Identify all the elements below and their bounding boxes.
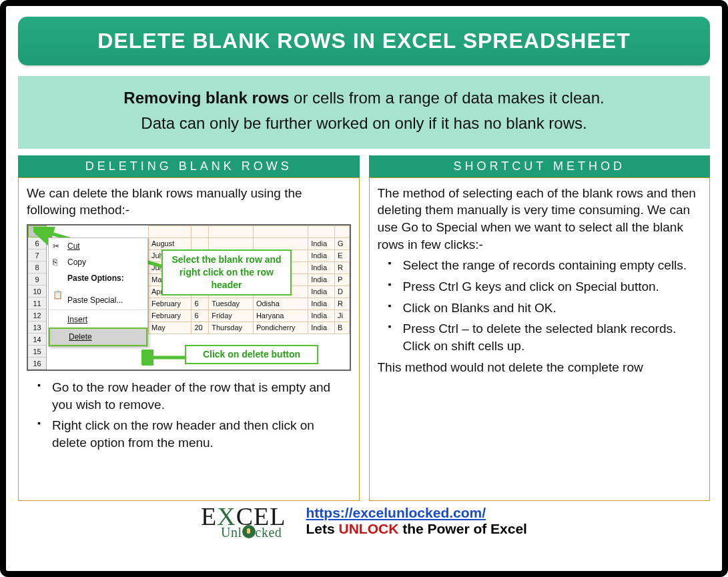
row-header[interactable]: 16 (28, 358, 46, 370)
table-row (149, 226, 350, 238)
left-steps: Go to the row header of the row that is … (33, 379, 351, 452)
excel-screenshot: 5 6 7 8 9 10 11 12 13 14 15 16 ✂C (27, 224, 351, 371)
tagline-pre: Lets (306, 521, 339, 536)
menu-copy[interactable]: ⎘Copy (49, 254, 147, 270)
footer-text: https://excelunlocked.com/ Lets UNLOCK t… (306, 505, 527, 537)
callout-click-delete: Click on delete button (185, 345, 318, 364)
right-steps: Select the range of records containing e… (384, 257, 702, 354)
right-header: SHORTCUT METHOD (369, 155, 711, 177)
left-body: We can delete the blank rows manually us… (18, 177, 360, 501)
left-intro: We can delete the blank rows manually us… (27, 185, 351, 219)
row-header[interactable]: 11 (28, 298, 46, 310)
menu-insert[interactable]: Insert (49, 312, 147, 328)
menu-paste-icon[interactable]: 📋 (49, 287, 147, 292)
row-header[interactable]: 15 (28, 346, 46, 358)
table-row: February6TuesdayOdishaIndiaR (149, 298, 350, 310)
list-item: Select the range of records containing e… (384, 257, 702, 274)
menu-cut[interactable]: ✂Cut (49, 238, 147, 254)
logo-bottom: Unlcked (221, 525, 286, 539)
subtitle-rest1: or cells from a range of data makes it c… (289, 89, 604, 107)
page-title: DELETE BLANK ROWS IN EXCEL SPREADSHEET (18, 17, 710, 65)
columns: DELETING BLANK ROWS We can delete the bl… (18, 155, 710, 501)
lock-icon (242, 525, 256, 538)
list-item: Press Ctrl G keys and click on Special b… (384, 278, 702, 296)
left-header: DELETING BLANK ROWS (18, 155, 360, 177)
context-menu: ✂Cut ⎘Copy Paste Options: 📋 Paste Specia… (48, 237, 148, 347)
right-body: The method of selecting each of the blan… (369, 177, 711, 501)
logo: EXCEL Unlcked (201, 504, 286, 539)
table-row: May20ThursdayPondicherryIndiaB (149, 322, 350, 334)
right-outro: This method would not delete the complet… (378, 359, 702, 376)
row-header[interactable]: 13 (28, 322, 46, 334)
list-item: Click on Blanks and hit OK. (384, 300, 702, 317)
footer: EXCEL Unlcked https://excelunlocked.com/… (18, 504, 710, 539)
menu-paste-options: Paste Options: (49, 270, 147, 286)
copy-icon: ⎘ (53, 257, 62, 266)
subtitle-box: Removing blank rows or cells from a rang… (18, 76, 710, 149)
right-column: SHORTCUT METHOD The method of selecting … (369, 155, 711, 501)
document-frame: DELETE BLANK ROWS IN EXCEL SPREADSHEET R… (0, 0, 728, 577)
tagline-unlock: UNLOCK (339, 521, 399, 536)
list-item: Press Ctrl – to delete the selected blan… (384, 320, 702, 354)
right-intro: The method of selecting each of the blan… (378, 185, 702, 253)
row-header[interactable]: 14 (28, 334, 46, 346)
callout-select-row: Select the blank row and right click on … (161, 249, 292, 296)
row-header[interactable]: 12 (28, 310, 46, 322)
subtitle-strong: Removing blank rows (123, 89, 289, 107)
table-row: AugustIndiaG (149, 238, 350, 250)
scissors-icon: ✂ (53, 241, 62, 250)
table-row: February6FridayHaryanaIndiaJi (149, 310, 350, 322)
list-item: Go to the row header of the row that is … (33, 379, 351, 413)
left-column: DELETING BLANK ROWS We can delete the bl… (18, 155, 360, 501)
menu-paste-special[interactable]: Paste Special... (49, 292, 147, 308)
list-item: Right click on the row header and then c… (33, 417, 351, 451)
tagline-post: the Power of Excel (398, 521, 527, 536)
menu-delete[interactable]: Delete (49, 328, 147, 346)
footer-url[interactable]: https://excelunlocked.com/ (306, 505, 486, 520)
subtitle-line2: Data can only be further worked on only … (141, 114, 587, 132)
menu-separator (49, 310, 147, 310)
